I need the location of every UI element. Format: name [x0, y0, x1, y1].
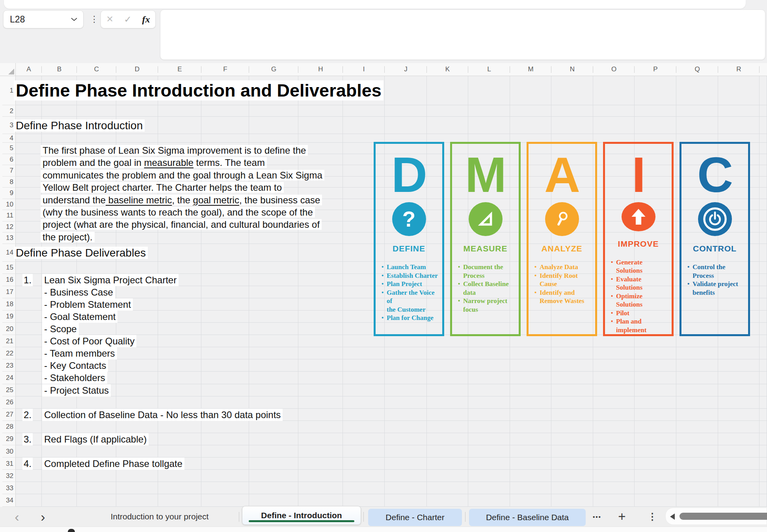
column-header-I[interactable]: I	[343, 63, 385, 76]
select-all-corner[interactable]	[0, 63, 16, 76]
row-header-7[interactable]: 7	[0, 165, 14, 177]
formula-input[interactable]	[160, 9, 765, 60]
column-headers[interactable]: ABCDEFGHIJKLMNOPQR	[16, 63, 767, 76]
gridline	[16, 116, 767, 117]
chevron-down-icon[interactable]	[71, 17, 78, 21]
dmaic-panel-measure: MMEASUREDocument the ProcessCollect Base…	[450, 142, 521, 336]
column-header-J[interactable]: J	[385, 63, 427, 76]
row-header-3[interactable]: 3	[0, 117, 14, 134]
column-header-O[interactable]: O	[593, 63, 635, 76]
row-header-2[interactable]: 2	[0, 105, 14, 117]
column-header-A[interactable]: A	[16, 63, 42, 76]
list-item-text: Red Flags (If applicable)	[42, 433, 149, 445]
column-header-P[interactable]: P	[635, 63, 676, 76]
row-header-9[interactable]: 9	[0, 188, 14, 199]
list-item-row-22: - Team members	[0, 347, 355, 359]
column-header-L[interactable]: L	[468, 63, 510, 76]
statusbar-nub	[68, 529, 75, 532]
row-header-34[interactable]: 34	[0, 494, 14, 506]
dmaic-letter: A	[544, 156, 579, 194]
sheet-tab-introduction-to-your-project[interactable]: Introduction to your project	[91, 507, 229, 526]
dmaic-bullet: Establish Charter	[381, 272, 439, 280]
column-header-D[interactable]: D	[116, 63, 158, 76]
column-header-K[interactable]: K	[427, 63, 468, 76]
cancel-icon[interactable]: ✕	[106, 14, 113, 24]
row-header-32[interactable]: 32	[0, 470, 14, 482]
paragraph-line: the project).	[41, 231, 324, 243]
sheet-tab-define-charter[interactable]: Define - Charter	[368, 509, 462, 526]
ribbon-bottom-edge	[4, 0, 746, 9]
list-item-text: - Goal Statement	[42, 311, 117, 323]
dmaic-bullet: Pilot	[611, 309, 668, 318]
column-header-H[interactable]: H	[298, 63, 343, 76]
insert-function-icon[interactable]: fx	[142, 14, 150, 25]
row-header-8[interactable]: 8	[0, 177, 14, 188]
add-sheet-icon[interactable]: +	[615, 507, 629, 526]
row-header-13[interactable]: 13	[0, 233, 14, 244]
paragraph-line: communicates the problem and the goal th…	[41, 169, 324, 181]
column-header-G[interactable]: G	[249, 63, 298, 76]
row-header-10[interactable]: 10	[0, 199, 14, 210]
column-header-E[interactable]: E	[158, 63, 201, 76]
row-header-4[interactable]: 4	[0, 134, 14, 143]
column-header-R[interactable]: R	[718, 63, 760, 76]
row-header-11[interactable]: 11	[0, 210, 14, 221]
dmaic-bullet: Validate project benefits	[687, 280, 745, 297]
more-sheets-icon[interactable]: •••	[589, 507, 605, 526]
list-item-text: - Cost of Poor Quality	[42, 335, 136, 347]
tab-separator	[239, 512, 239, 522]
dmaic-bullet: Optimize Solutions	[611, 292, 668, 309]
sheet-menu-icon[interactable]: ⋮	[646, 507, 658, 526]
dmaic-phase-label: CONTROL	[693, 244, 737, 253]
list-item-number: 2.	[22, 409, 33, 421]
sheet-tab-define-baseline-data[interactable]: Define - Baseline Data	[469, 509, 586, 526]
row-header-15[interactable]: 15	[0, 262, 14, 274]
list-item-text: Collection of Baseline Data - No less th…	[42, 409, 283, 421]
dmaic-bullet-list: Launch TeamEstablish CharterPlan Project…	[376, 263, 442, 322]
dmaic-bullet: Collect Baseline data	[458, 280, 516, 297]
name-box[interactable]: L28	[3, 10, 84, 28]
sheet-tab-active-define-introduction[interactable]: Define - Introduction	[242, 506, 361, 525]
dmaic-phase-label: DEFINE	[393, 244, 425, 253]
prev-sheet-button[interactable]: ‹	[10, 507, 24, 526]
list-item-text: - Stakeholders	[42, 372, 107, 384]
cell-text-title: Define Phase Introduction and Deliverabl…	[14, 76, 384, 105]
column-header-N[interactable]: N	[551, 63, 593, 76]
dmaic-phase-label: IMPROVE	[618, 239, 659, 249]
list-item-row-20: - Scope	[0, 323, 355, 335]
dmaic-letter: M	[465, 156, 506, 194]
name-box-value: L28	[10, 14, 25, 25]
row-header-12[interactable]: 12	[0, 221, 14, 233]
row-header-30[interactable]: 30	[0, 445, 14, 458]
list-item-row-19: - Goal Statement	[0, 311, 355, 323]
row-header-5[interactable]: 5	[0, 143, 14, 154]
dmaic-bullet-list: Control the ProcessValidate project bene…	[681, 263, 748, 297]
dmaic-phase-label: ANALYZE	[541, 244, 582, 253]
dmaic-bullet-list: Generate SolutionsEvaluate SolutionsOpti…	[605, 258, 672, 335]
column-header-Q[interactable]: Q	[676, 63, 718, 76]
dmaic-bullet: Generate Solutions	[611, 258, 668, 275]
horizontal-scrollbar-thumb[interactable]	[680, 513, 767, 520]
dmaic-phase-label: MEASURE	[463, 244, 507, 253]
scroll-left-icon[interactable]	[670, 513, 675, 520]
dmaic-bullet: Plan Project	[381, 280, 439, 288]
list-item-text: - Problem Statement	[42, 298, 133, 311]
column-header-C[interactable]: C	[77, 63, 116, 76]
column-header-B[interactable]: B	[42, 63, 77, 76]
list-item-row-24: - Stakeholders	[0, 372, 355, 384]
confirm-icon[interactable]: ✓	[124, 14, 132, 25]
row-header-14[interactable]: 14	[0, 244, 14, 262]
column-header-M[interactable]: M	[510, 63, 551, 76]
list-item-row-21: - Cost of Poor Quality	[0, 335, 355, 347]
list-item-number: 4.	[22, 458, 33, 470]
paragraph-line: understand the baseline metric, the goal…	[41, 194, 324, 206]
row-header-26[interactable]: 26	[0, 396, 14, 409]
next-sheet-button[interactable]: ›	[36, 507, 50, 526]
list-item-row-23: - Key Contacts	[0, 359, 355, 372]
row-header-33[interactable]: 33	[0, 482, 14, 494]
row-header-6[interactable]: 6	[0, 154, 14, 166]
status-bar-edge	[0, 526, 767, 532]
row-header-1[interactable]: 1	[0, 76, 14, 105]
column-header-F[interactable]: F	[201, 63, 249, 76]
row-header-28[interactable]: 28	[0, 421, 14, 433]
